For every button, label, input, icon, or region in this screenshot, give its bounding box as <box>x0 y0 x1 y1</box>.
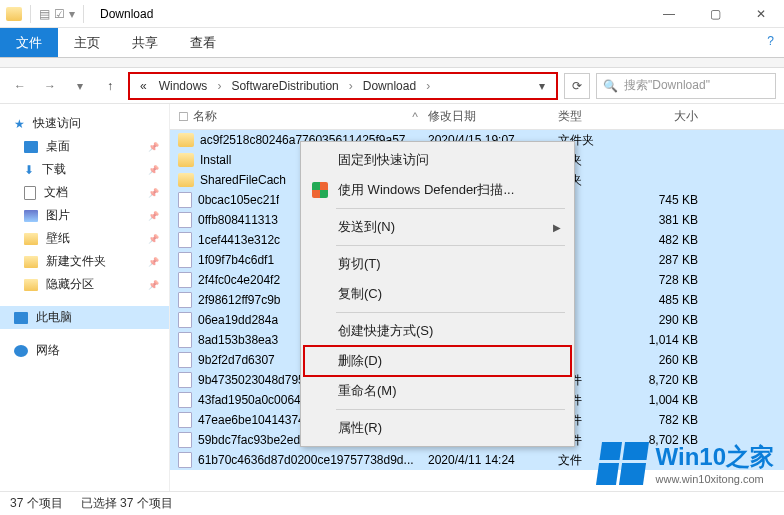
file-icon <box>178 372 192 388</box>
sidebar-item[interactable]: 新建文件夹📌 <box>0 250 169 273</box>
file-icon <box>178 412 192 428</box>
qat-save-icon[interactable]: ▤ <box>39 7 50 21</box>
file-name: SharedFileCach <box>200 173 286 187</box>
folder-icon <box>178 133 194 147</box>
search-placeholder: 搜索"Download" <box>624 77 710 94</box>
ctx-copy[interactable]: 复制(C) <box>304 279 571 309</box>
column-size[interactable]: 大小 <box>638 108 718 125</box>
pin-icon: 📌 <box>148 165 159 175</box>
ctx-scan-defender[interactable]: 使用 Windows Defender扫描... <box>304 175 571 205</box>
file-name: 0bcac105ec21f <box>198 193 279 207</box>
file-name: 2f4fc0c4e204f2 <box>198 273 280 287</box>
file-name: 06ea19dd284a <box>198 313 278 327</box>
file-size: 1,014 KB <box>638 333 718 347</box>
ctx-cut[interactable]: 剪切(T) <box>304 249 571 279</box>
breadcrumb-part[interactable]: Download <box>357 77 422 95</box>
context-menu: 固定到快速访问 使用 Windows Defender扫描... 发送到(N) … <box>300 141 575 447</box>
ctx-properties[interactable]: 属性(R) <box>304 413 571 443</box>
sidebar-item[interactable]: 图片📌 <box>0 204 169 227</box>
folder-icon <box>178 173 194 187</box>
file-size: 1,004 KB <box>638 393 718 407</box>
shield-icon <box>312 182 328 198</box>
desktop-icon <box>24 141 38 153</box>
column-date[interactable]: 修改日期 <box>428 108 558 125</box>
file-size: 290 KB <box>638 313 718 327</box>
file-name: 1cef4413e312c <box>198 233 280 247</box>
sidebar-item[interactable]: 桌面📌 <box>0 135 169 158</box>
file-icon <box>178 352 192 368</box>
help-button[interactable]: ? <box>757 28 784 57</box>
address-dropdown-icon[interactable]: ▾ <box>532 79 552 93</box>
picture-icon <box>24 210 38 222</box>
minimize-button[interactable]: — <box>646 0 692 28</box>
watermark-url: www.win10xitong.com <box>656 473 774 485</box>
nav-forward-button[interactable]: → <box>38 74 62 98</box>
file-icon <box>178 272 192 288</box>
pc-icon <box>14 312 28 324</box>
refresh-button[interactable]: ⟳ <box>564 73 590 99</box>
folder-icon <box>24 279 38 291</box>
ctx-rename[interactable]: 重命名(M) <box>304 376 571 406</box>
navigation-pane: ★ 快速访问 桌面📌⬇下载📌文档📌图片📌壁纸📌新建文件夹📌隐藏分区📌 此电脑 网… <box>0 104 170 491</box>
breadcrumb-prefix: « <box>134 77 153 95</box>
nav-back-button[interactable]: ← <box>8 74 32 98</box>
column-name[interactable]: ☐ 名称 ^ <box>178 108 428 125</box>
breadcrumb-part[interactable]: SoftwareDistribution <box>225 77 344 95</box>
file-icon <box>178 312 192 328</box>
file-icon <box>178 332 192 348</box>
file-size: 745 KB <box>638 193 718 207</box>
qat-check-icon[interactable]: ☑ <box>54 7 65 21</box>
search-icon: 🔍 <box>603 79 618 93</box>
file-size: 260 KB <box>638 353 718 367</box>
pin-icon: 📌 <box>148 234 159 244</box>
sidebar-item[interactable]: 壁纸📌 <box>0 227 169 250</box>
file-size: 287 KB <box>638 253 718 267</box>
file-size: 782 KB <box>638 413 718 427</box>
nav-history-dropdown[interactable]: ▾ <box>68 74 92 98</box>
status-bar: 37 个项目 已选择 37 个项目 <box>0 491 784 515</box>
tab-view[interactable]: 查看 <box>174 28 232 57</box>
chevron-right-icon[interactable]: › <box>345 79 357 93</box>
tab-home[interactable]: 主页 <box>58 28 116 57</box>
file-menu-button[interactable]: 文件 <box>0 28 58 57</box>
ctx-pin-to-quick-access[interactable]: 固定到快速访问 <box>304 145 571 175</box>
tab-share[interactable]: 共享 <box>116 28 174 57</box>
file-icon <box>178 192 192 208</box>
folder-icon <box>24 233 38 245</box>
sidebar-this-pc[interactable]: 此电脑 <box>0 306 169 329</box>
file-name: 1f09f7b4c6df1 <box>198 253 274 267</box>
sidebar-quick-access[interactable]: ★ 快速访问 <box>0 112 169 135</box>
file-icon <box>178 232 192 248</box>
sidebar-item-label: 下载 <box>42 161 66 178</box>
chevron-right-icon: ▶ <box>553 222 561 233</box>
chevron-right-icon[interactable]: › <box>213 79 225 93</box>
chevron-right-icon[interactable]: › <box>422 79 434 93</box>
breadcrumb-part[interactable]: Windows <box>153 77 214 95</box>
ctx-delete[interactable]: 删除(D) <box>304 346 571 376</box>
file-icon <box>178 392 192 408</box>
ctx-create-shortcut[interactable]: 创建快捷方式(S) <box>304 316 571 346</box>
address-bar[interactable]: « Windows › SoftwareDistribution › Downl… <box>128 72 558 100</box>
file-name: 2f98612ff97c9b <box>198 293 281 307</box>
close-button[interactable]: ✕ <box>738 0 784 28</box>
sidebar-item[interactable]: 隐藏分区📌 <box>0 273 169 296</box>
folder-icon <box>178 153 194 167</box>
search-input[interactable]: 🔍 搜索"Download" <box>596 73 776 99</box>
ctx-send-to[interactable]: 发送到(N) ▶ <box>304 212 571 242</box>
sidebar-item-label: 壁纸 <box>46 230 70 247</box>
app-folder-icon <box>6 7 22 21</box>
sidebar-network[interactable]: 网络 <box>0 339 169 362</box>
column-type[interactable]: 类型 <box>558 108 638 125</box>
column-headers: ☐ 名称 ^ 修改日期 类型 大小 <box>170 104 784 130</box>
file-date: 2020/4/11 14:24 <box>428 453 558 467</box>
sidebar-item[interactable]: 文档📌 <box>0 181 169 204</box>
file-name: 0ffb808411313 <box>198 213 278 227</box>
sidebar-item[interactable]: ⬇下载📌 <box>0 158 169 181</box>
nav-up-button[interactable]: ↑ <box>98 74 122 98</box>
pin-icon: 📌 <box>148 280 159 290</box>
file-name: 9b2f2d7d6307 <box>198 353 275 367</box>
pin-icon: 📌 <box>148 211 159 221</box>
qat-dropdown-icon[interactable]: ▾ <box>69 7 75 21</box>
maximize-button[interactable]: ▢ <box>692 0 738 28</box>
folder-icon <box>24 256 38 268</box>
